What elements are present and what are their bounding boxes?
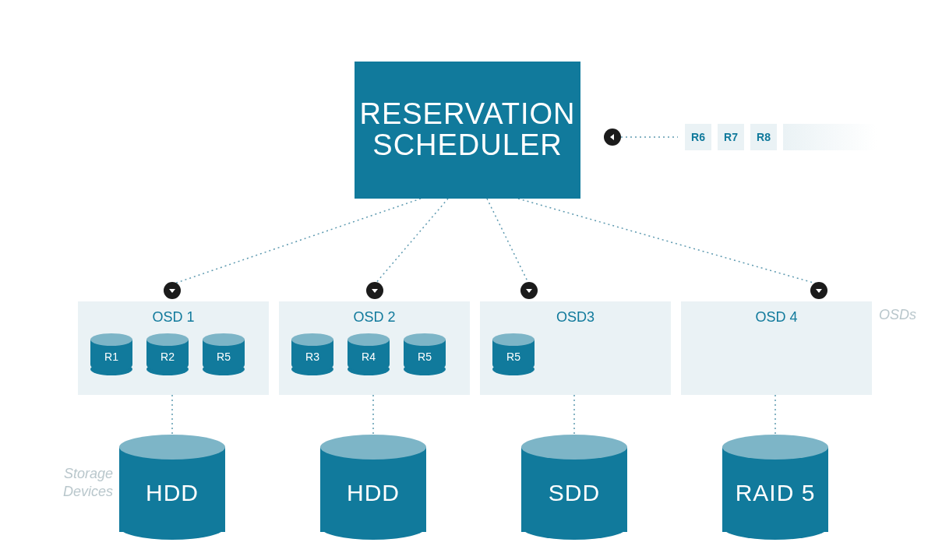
osd-panel-2: OSD 2 R3 R4 R5 <box>279 301 470 395</box>
reservation-cylinder: R1 <box>90 333 132 372</box>
osd-panel-3: OSD3 R5 <box>480 301 671 395</box>
queue-item: R8 <box>750 124 777 150</box>
arrow-down-icon <box>164 282 181 299</box>
storage-row-label: Storage Devices <box>51 465 113 500</box>
reservation-cylinder: R2 <box>146 333 189 372</box>
osd-panel-1: OSD 1 R1 R2 R5 <box>78 301 269 395</box>
reservation-label: R1 <box>90 350 132 363</box>
storage-label: HDD <box>119 480 225 506</box>
reservation-label: R5 <box>404 350 446 363</box>
arrow-down-icon <box>810 282 827 299</box>
reservation-cylinder: R4 <box>348 333 390 372</box>
osd-label: OSD 1 <box>78 309 269 326</box>
osd-panel-4: OSD 4 <box>681 301 872 395</box>
osds-row-label: OSDs <box>879 306 916 324</box>
storage-label: SDD <box>521 480 627 506</box>
arrow-down-icon <box>366 282 383 299</box>
osd-label: OSD 4 <box>681 309 872 326</box>
reservation-cylinder: R5 <box>404 333 446 372</box>
queue-item-label: R7 <box>724 131 738 143</box>
reservation-label: R2 <box>146 350 189 363</box>
osd-label: OSD 2 <box>279 309 470 326</box>
svg-line-0 <box>172 199 421 284</box>
arrow-down-icon <box>520 282 538 299</box>
storage-label: HDD <box>320 480 426 506</box>
reservation-label: R4 <box>348 350 390 363</box>
reservation-label: R3 <box>291 350 333 363</box>
reservation-scheduler-block: RESERVATION SCHEDULER <box>355 62 580 199</box>
arrow-left-icon <box>604 129 621 146</box>
queue-item-label: R8 <box>757 131 771 143</box>
queue-fade <box>783 124 877 150</box>
reservation-cylinder: R5 <box>492 333 535 372</box>
svg-line-3 <box>518 199 819 284</box>
storage-label: RAID 5 <box>722 480 828 506</box>
queue-item: R6 <box>685 124 711 150</box>
osd-label: OSD3 <box>480 309 671 326</box>
reservation-label: R5 <box>492 350 535 363</box>
reservation-cylinder: R3 <box>291 333 333 372</box>
svg-line-2 <box>487 199 529 284</box>
storage-device: RAID 5 <box>722 435 828 532</box>
queue-item-label: R6 <box>691 131 705 143</box>
reservation-label: R5 <box>203 350 245 363</box>
scheduler-title: RESERVATION SCHEDULER <box>359 99 575 161</box>
storage-device: HDD <box>320 435 426 532</box>
queue-item: R7 <box>718 124 744 150</box>
storage-device: HDD <box>119 435 225 532</box>
storage-device: SDD <box>521 435 627 532</box>
reservation-cylinder: R5 <box>203 333 245 372</box>
svg-line-1 <box>375 199 448 284</box>
